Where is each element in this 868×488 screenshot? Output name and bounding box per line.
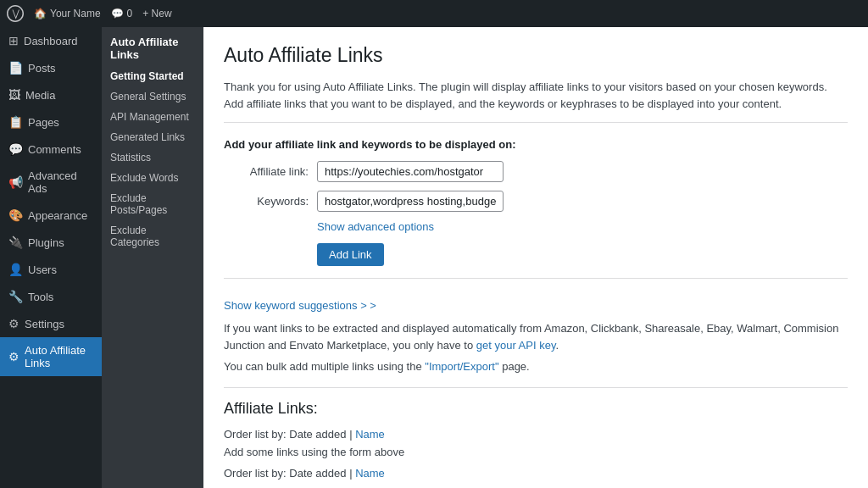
- pages-icon: 📋: [8, 115, 23, 129]
- sidebar-label-comments: Comments: [28, 143, 81, 156]
- submenu-item-statistics[interactable]: Statistics: [102, 147, 203, 168]
- order-row-2: Order list by: Date added | Name: [224, 467, 848, 480]
- sidebar-item-media[interactable]: 🖼Media: [0, 81, 102, 108]
- submenu-item-exclude-words[interactable]: Exclude Words: [102, 168, 203, 188]
- auto-affiliate-icon: ⚙: [8, 350, 19, 363]
- sidebar-item-tools[interactable]: 🔧Tools: [0, 283, 102, 310]
- sidebar-label-dashboard: Dashboard: [24, 35, 78, 47]
- affiliate-link-row: Affiliate link:: [224, 161, 848, 182]
- submenu-item-exclude-posts[interactable]: Exclude Posts/Pages: [102, 188, 203, 220]
- posts-icon: 📄: [8, 61, 23, 75]
- sidebar-item-pages[interactable]: 📋Pages: [0, 108, 102, 136]
- sidebar-item-posts[interactable]: 📄Posts: [0, 54, 102, 81]
- home-icon: 🏠: [34, 8, 47, 19]
- comments-icon: 💬: [8, 142, 23, 156]
- keywords-input[interactable]: [317, 191, 504, 212]
- sidebar-label-settings: Settings: [25, 318, 64, 330]
- sidebar-label-pages: Pages: [28, 116, 59, 129]
- submenu-item-generated-links[interactable]: Generated Links: [102, 127, 203, 147]
- sidebar-label-posts: Posts: [28, 62, 56, 75]
- sidebar-item-auto-affiliate[interactable]: ⚙Auto Affiliate Links: [0, 337, 102, 376]
- comments-link[interactable]: 💬 0: [111, 8, 133, 19]
- top-bar: 🏠 Your Name 💬 0 + New: [0, 0, 868, 27]
- sidebar-label-media: Media: [25, 89, 55, 102]
- sidebar-item-settings[interactable]: ⚙Settings: [0, 310, 102, 337]
- sidebar-item-appearance[interactable]: 🎨Appearance: [0, 202, 102, 229]
- add-link-button[interactable]: Add Link: [317, 243, 384, 266]
- sidebar-label-plugins: Plugins: [28, 236, 64, 249]
- media-icon: 🖼: [8, 88, 20, 102]
- divider: [224, 278, 848, 279]
- empty-message: Add some links using the form above: [224, 446, 848, 458]
- divider-2: [224, 387, 848, 388]
- dashboard-icon: ⊞: [8, 34, 19, 47]
- sidebar-label-appearance: Appearance: [28, 209, 87, 222]
- wp-logo-icon: [7, 5, 24, 22]
- comment-icon: 💬: [111, 8, 124, 19]
- sidebar-label-tools: Tools: [28, 291, 53, 303]
- appearance-icon: 🎨: [8, 208, 23, 222]
- tools-icon: 🔧: [8, 290, 23, 303]
- keywords-label: Keywords:: [224, 195, 309, 208]
- plugins-icon: 🔌: [8, 236, 23, 249]
- settings-icon: ⚙: [8, 317, 19, 330]
- sidebar-label-auto-affiliate: Auto Affiliate Links: [25, 344, 93, 369]
- affiliate-link-input[interactable]: [317, 161, 504, 182]
- affiliate-links-title: Affiliate Links:: [224, 400, 848, 418]
- order-name-link-1[interactable]: Name: [355, 428, 385, 441]
- import-export-link[interactable]: "Import/Export": [425, 360, 498, 373]
- sidebar-label-advanced-ads: Advanced Ads: [28, 169, 93, 195]
- site-name[interactable]: 🏠 Your Name: [34, 8, 101, 19]
- submenu-item-api-management[interactable]: API Management: [102, 107, 203, 127]
- main-content: Auto Affiliate Links Thank you for using…: [203, 27, 868, 488]
- order-name-link-2[interactable]: Name: [355, 467, 385, 480]
- sidebar-item-advanced-ads[interactable]: 📢Advanced Ads: [0, 163, 102, 202]
- keyword-suggestions-link[interactable]: Show keyword suggestions > >: [224, 299, 376, 312]
- form-section-title: Add your affiliate link and keywords to …: [224, 138, 848, 151]
- show-advanced-link[interactable]: Show advanced options: [317, 220, 434, 233]
- api-key-link[interactable]: get your API key: [476, 339, 556, 352]
- info-text-api: If you want links to be extracted and di…: [224, 320, 848, 353]
- submenu: Auto Affiliate Links Getting StartedGene…: [102, 27, 203, 488]
- affiliate-link-label: Affiliate link:: [224, 165, 309, 178]
- sidebar: ⊞Dashboard📄Posts🖼Media📋Pages💬Comments📢Ad…: [0, 27, 102, 488]
- sidebar-item-users[interactable]: 👤Users: [0, 256, 102, 283]
- submenu-item-general-settings[interactable]: General Settings: [102, 86, 203, 107]
- page-description: Thank you for using Auto Affiliate Links…: [224, 79, 848, 123]
- sidebar-label-users: Users: [28, 263, 57, 276]
- info-text-import: You can bulk add multiple links using th…: [224, 358, 848, 375]
- submenu-item-exclude-categories[interactable]: Exclude Categories: [102, 220, 203, 252]
- keywords-row: Keywords:: [224, 191, 848, 212]
- page-title: Auto Affiliate Links: [224, 44, 848, 67]
- sidebar-item-plugins[interactable]: 🔌Plugins: [0, 229, 102, 256]
- order-row-1: Order list by: Date added | Name: [224, 428, 848, 441]
- sidebar-item-dashboard[interactable]: ⊞Dashboard: [0, 27, 102, 54]
- submenu-item-getting-started[interactable]: Getting Started: [102, 66, 203, 86]
- sidebar-item-comments[interactable]: 💬Comments: [0, 136, 102, 163]
- new-button[interactable]: + New: [142, 8, 171, 19]
- submenu-header[interactable]: Auto Affiliate Links: [102, 27, 203, 66]
- advanced-ads-icon: 📢: [8, 175, 23, 189]
- users-icon: 👤: [8, 263, 23, 276]
